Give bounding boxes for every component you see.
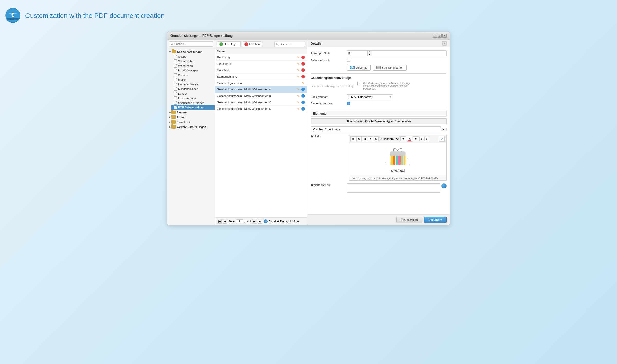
eigenschaften-button[interactable]: Eigenschaften für alle Dokumenttypen übe… (311, 118, 447, 124)
undo-button[interactable]: ↺ (350, 136, 356, 141)
artikel-pro-seite-input[interactable] (347, 51, 367, 56)
tree-group-header-system[interactable]: ▶ System (167, 110, 215, 115)
maximize-button[interactable]: □ (438, 34, 442, 38)
spin-up-button[interactable]: ▲ (368, 51, 372, 53)
minimize-button[interactable]: — (433, 34, 437, 38)
list-item[interactable]: Geschenkgutschein - Motiv Weihnachten C … (215, 99, 307, 106)
edit-icon[interactable]: ✎ (296, 87, 300, 92)
edit-icon[interactable]: ✎ (296, 62, 300, 66)
italic-button[interactable]: I (368, 136, 373, 141)
tree-group-header-artikel[interactable]: ▶ Artikel (167, 115, 215, 120)
refresh-icon[interactable]: ↻ (264, 219, 268, 223)
edit-icon[interactable]: ✎ (296, 68, 300, 72)
sidebar-item-shops[interactable]: Shops (171, 54, 215, 59)
last-page-button[interactable]: ▶| (258, 219, 262, 224)
window-body: ▼ Shopeinstellungen Shops Stammdaten (167, 40, 450, 225)
color-arrow-button[interactable]: ▼ (413, 136, 419, 141)
fullscreen-button[interactable]: ⤢ (439, 136, 445, 142)
underline-button[interactable]: U (374, 136, 379, 141)
sidebar-item-laender-zonen[interactable]: Länder-Zonen (171, 96, 215, 101)
sidebar-item-waehrungen[interactable]: Währungen (171, 63, 215, 68)
list-item[interactable]: Geschenkgutschein - Motiv Weihnachten A … (215, 86, 307, 93)
edit-icon[interactable]: ✎ (296, 100, 300, 104)
color-button[interactable]: A (407, 136, 412, 142)
tree-group-system: ▶ System (167, 110, 215, 115)
tree-group-header-shopeinstellungen[interactable]: ▼ Shopeinstellungen (167, 49, 215, 54)
tree-group-header-weitere[interactable]: ▶ Weitere Einstellungen (167, 124, 215, 129)
sidebar-item-shops-label: Shops (178, 55, 186, 58)
header-logo: € ═══ (5, 8, 25, 24)
center-list: Rechnung ✎ Lieferschein ✎ Gutschrift (215, 54, 307, 217)
add-button-label: Hinzufügen (224, 43, 238, 46)
folder-icon (171, 115, 176, 119)
sidebar-item-pdf-belegerstellung[interactable]: PDF-Belegerstellung (171, 105, 215, 110)
sidebar-item-mailer[interactable]: Mailer (171, 77, 215, 82)
edit-icon[interactable]: ✎ (296, 75, 300, 79)
editor-canvas[interactable]: * * ✦ Christmas (349, 143, 447, 176)
sidebar-item-laender[interactable]: Länder (171, 91, 215, 96)
status-icon (301, 68, 305, 72)
spin-down-button[interactable]: ▼ (368, 53, 372, 56)
doc-icon (174, 59, 177, 63)
struktur-label: Struktur ansehen (382, 66, 403, 69)
row-actions: ✎ (296, 68, 305, 72)
redo-button[interactable]: ↻ (356, 136, 362, 141)
edit-icon[interactable]: ✎ (296, 107, 300, 111)
list-item-name: Rechnung (217, 56, 296, 59)
tree-group-header-storefront[interactable]: ▶ Storefront (167, 120, 215, 124)
titelbild-styles-input[interactable] (347, 183, 440, 193)
font-size-arrow-button[interactable]: ▼ (400, 136, 406, 141)
vorschau-button[interactable]: Vorschau (347, 65, 371, 71)
list-item[interactable]: Stornorechnung ✎ (215, 74, 307, 80)
first-page-button[interactable]: |◀ (217, 219, 222, 224)
close-button[interactable]: ✕ (442, 34, 447, 38)
sidebar-search-area (167, 40, 215, 48)
center-search-input[interactable] (274, 42, 305, 47)
reset-button[interactable]: Zurücksetzen (396, 217, 422, 223)
sidebar-item-kundengruppen[interactable]: Kundengruppen (171, 87, 215, 91)
list-item[interactable]: Rechnung ✎ (215, 54, 307, 61)
sidebar-item-stammdaten[interactable]: Stammdaten (171, 59, 215, 63)
barcode-checkbox[interactable]: ✓ (347, 102, 350, 105)
unordered-list-button[interactable]: ≡ (419, 137, 424, 141)
elemente-dropdown-button[interactable]: ▼ (441, 128, 447, 131)
sidebar-item-shopseiten-gruppen[interactable]: Shopseiten-Gruppen (171, 101, 215, 105)
sidebar-search-input[interactable] (169, 41, 213, 47)
row-actions: ✎ (296, 94, 305, 98)
tree-group-shopeinstellungen-items: Shops Stammdaten Währungen Lokalisi (171, 54, 215, 110)
sidebar-item-nummernkreise[interactable]: Nummernkreise (171, 82, 215, 87)
edit-icon[interactable]: ✎ (296, 94, 300, 98)
add-button[interactable]: + Hinzufügen (217, 41, 241, 47)
tree-group-label-system: System (177, 111, 187, 114)
sidebar-item-lokalisierungen[interactable]: Lokalisierungen (171, 68, 215, 73)
font-size-select[interactable]: Schriftgröße (379, 136, 400, 141)
list-item[interactable]: Geschenkgutschein ✎ (215, 80, 307, 86)
papierformat-select[interactable]: DIN A6 Querformat DIN A4 (347, 94, 393, 99)
delete-button-label: Löschen (249, 43, 260, 46)
gift-checkbox[interactable]: ✓ (357, 82, 361, 85)
prev-page-button[interactable]: ◀ (223, 219, 227, 224)
edit-icon[interactable]: ✎ (296, 55, 300, 59)
list-item[interactable]: Geschenkgutschein - Motiv Weihnachten D … (215, 106, 307, 112)
next-page-button[interactable]: ▶ (252, 219, 257, 224)
sidebar-item-laender-zonen-label: Länder-Zonen (178, 97, 196, 100)
elemente-select[interactable]: Voucher_Coverimage (311, 126, 441, 132)
sidebar: ▼ Shopeinstellungen Shops Stammdaten (167, 40, 215, 225)
seitenumbruch-checkbox[interactable] (347, 58, 350, 62)
bold-button[interactable]: B (362, 136, 367, 141)
page-label: Seite (228, 220, 235, 223)
seitenumbruch-label: Seitenumbruch: (311, 59, 347, 62)
ordered-list-button[interactable]: ≡ (424, 137, 429, 141)
list-item[interactable]: Geschenkgutschein - Motiv Weihnachten B … (215, 93, 307, 99)
detail-expand-button[interactable]: ⤢ (442, 41, 447, 46)
list-item[interactable]: Gutschrift ✎ (215, 67, 307, 74)
save-button[interactable]: Speichern (424, 217, 447, 223)
edit-icon[interactable]: ✎ (301, 81, 305, 85)
list-item[interactable]: Lieferschein ✎ (215, 61, 307, 67)
globe-icon[interactable] (441, 183, 447, 188)
delete-button[interactable]: − Löschen (242, 41, 262, 47)
struktur-button[interactable]: Struktur ansehen (373, 65, 407, 71)
status-icon (301, 107, 305, 111)
page-input[interactable] (236, 219, 243, 223)
sidebar-item-steuern[interactable]: Steuern (171, 73, 215, 77)
